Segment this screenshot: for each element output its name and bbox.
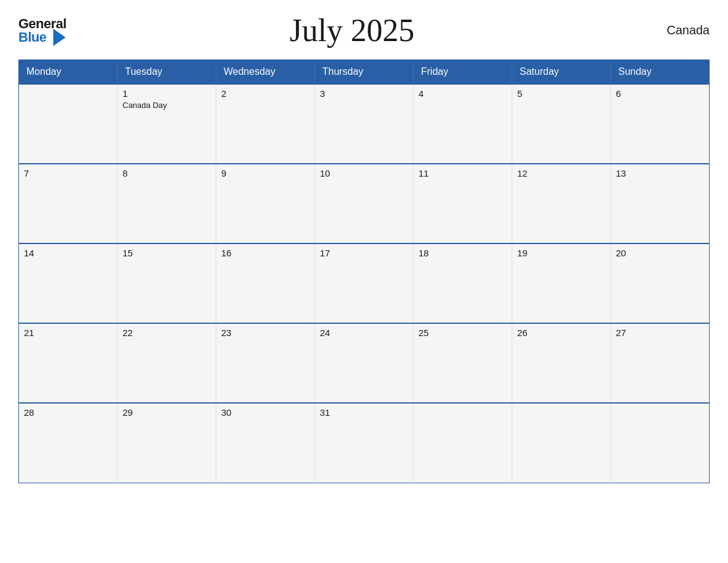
calendar-day-cell: 5 — [512, 84, 611, 164]
day-number: 2 — [221, 88, 309, 99]
calendar-header-row: MondayTuesdayWednesdayThursdayFridaySatu… — [19, 60, 710, 85]
calendar-day-cell — [414, 403, 512, 483]
calendar-day-cell: 7 — [19, 164, 118, 243]
calendar-day-cell: 23 — [216, 323, 315, 403]
day-number: 20 — [616, 248, 704, 258]
day-number: 21 — [24, 327, 112, 338]
holiday-label: Canada Day — [123, 101, 211, 110]
calendar-header-sunday: Sunday — [611, 60, 710, 85]
calendar-day-cell: 21 — [19, 323, 118, 403]
day-number: 31 — [320, 407, 408, 418]
day-number: 22 — [123, 327, 211, 338]
month-title: July 2025 — [68, 12, 636, 48]
day-number: 29 — [123, 407, 211, 418]
day-number: 30 — [221, 407, 309, 418]
calendar-day-cell: 11 — [414, 164, 512, 243]
day-number: 26 — [517, 327, 605, 338]
day-number: 7 — [24, 168, 112, 178]
day-number: 27 — [616, 327, 704, 338]
calendar-day-cell: 29 — [118, 403, 216, 483]
calendar-day-cell: 4 — [414, 84, 512, 164]
calendar-day-cell: 30 — [216, 403, 315, 483]
day-number: 8 — [123, 168, 211, 178]
calendar-day-cell: 16 — [216, 243, 315, 323]
calendar-table: MondayTuesdayWednesdayThursdayFridaySatu… — [18, 59, 710, 483]
day-number: 13 — [616, 168, 704, 178]
calendar-day-cell — [19, 84, 118, 164]
day-number: 9 — [221, 168, 309, 178]
logo-triangle-icon — [53, 29, 66, 46]
calendar-day-cell: 2 — [216, 84, 315, 164]
calendar-day-cell: 28 — [19, 403, 118, 483]
day-number: 1 — [123, 88, 211, 99]
calendar-day-cell: 25 — [414, 323, 512, 403]
calendar-week-row: 21222324252627 — [19, 323, 710, 403]
calendar-week-row: 28293031 — [19, 403, 710, 483]
calendar-day-cell: 14 — [19, 243, 118, 323]
day-number: 18 — [419, 248, 507, 258]
calendar-day-cell — [512, 403, 611, 483]
calendar-day-cell: 26 — [512, 323, 611, 403]
calendar-header-tuesday: Tuesday — [118, 60, 216, 85]
calendar-day-cell: 20 — [611, 243, 710, 323]
calendar-day-cell: 8 — [118, 164, 216, 243]
calendar-day-cell: 17 — [315, 243, 414, 323]
day-number: 28 — [24, 407, 112, 418]
logo: General Blue — [18, 17, 68, 44]
calendar-day-cell: 1Canada Day — [118, 84, 216, 164]
day-number: 14 — [24, 248, 112, 258]
calendar-header-wednesday: Wednesday — [216, 60, 315, 85]
calendar-day-cell — [611, 403, 710, 483]
calendar-day-cell: 13 — [611, 164, 710, 243]
day-number: 4 — [419, 88, 507, 99]
calendar-day-cell: 9 — [216, 164, 315, 243]
country-label: Canada — [636, 23, 710, 37]
calendar-header-monday: Monday — [19, 60, 118, 85]
page-header: General Blue July 2025 Canada — [18, 12, 710, 48]
day-number: 6 — [616, 88, 704, 99]
calendar-day-cell: 12 — [512, 164, 611, 243]
calendar-day-cell: 15 — [118, 243, 216, 323]
calendar-header-friday: Friday — [414, 60, 512, 85]
calendar-day-cell: 19 — [512, 243, 611, 323]
day-number: 19 — [517, 248, 605, 258]
day-number: 16 — [221, 248, 309, 258]
calendar-week-row: 14151617181920 — [19, 243, 710, 323]
day-number: 5 — [517, 88, 605, 99]
calendar-day-cell: 3 — [315, 84, 414, 164]
calendar-day-cell: 18 — [414, 243, 512, 323]
day-number: 10 — [320, 168, 408, 178]
day-number: 23 — [221, 327, 309, 338]
day-number: 25 — [419, 327, 507, 338]
day-number: 15 — [123, 248, 211, 258]
calendar-header-thursday: Thursday — [315, 60, 414, 85]
day-number: 3 — [320, 88, 408, 99]
day-number: 24 — [320, 327, 408, 338]
calendar-day-cell: 27 — [611, 323, 710, 403]
calendar-week-row: 1Canada Day23456 — [19, 84, 710, 164]
calendar-day-cell: 10 — [315, 164, 414, 243]
day-number: 12 — [517, 168, 605, 178]
calendar-week-row: 78910111213 — [19, 164, 710, 243]
calendar-day-cell: 24 — [315, 323, 414, 403]
logo-blue-text: Blue — [18, 31, 68, 44]
day-number: 11 — [419, 168, 507, 178]
calendar-day-cell: 31 — [315, 403, 414, 483]
day-number: 17 — [320, 248, 408, 258]
calendar-day-cell: 6 — [611, 84, 710, 164]
calendar-day-cell: 22 — [118, 323, 216, 403]
calendar-header-saturday: Saturday — [512, 60, 611, 85]
